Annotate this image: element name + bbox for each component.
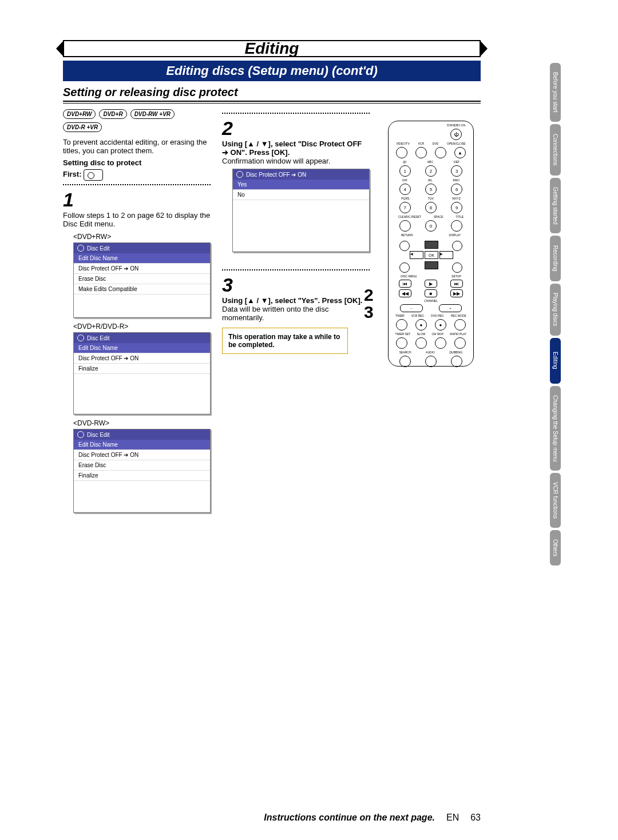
num-9[interactable]: 9 bbox=[451, 202, 462, 213]
disc-badge: DVD+R bbox=[99, 109, 126, 119]
menu-item[interactable]: Edit Disc Name bbox=[74, 440, 210, 450]
disc-edit-menu-dvdrw-minus: Disc Edit Edit Disc Name Disc Protect OF… bbox=[73, 429, 211, 513]
disc-icon bbox=[77, 335, 84, 341]
num-8[interactable]: 8 bbox=[425, 202, 437, 213]
tab-changing-setup[interactable]: Changing the Setup menu bbox=[550, 386, 561, 471]
menu-label-dvdrw-minus: <DVD-RW> bbox=[73, 419, 211, 427]
num-4[interactable]: 4 bbox=[399, 184, 411, 195]
num-2[interactable]: 2 bbox=[425, 165, 437, 177]
page-number: 63 bbox=[470, 813, 481, 823]
title-button[interactable] bbox=[451, 220, 462, 232]
tab-connections[interactable]: Connections bbox=[550, 124, 561, 176]
disc-icon bbox=[77, 245, 84, 252]
disc-type-badges: DVD+RW DVD+R DVD-RW +VR DVD-R +VR bbox=[63, 109, 211, 132]
ffwd-button[interactable]: ▶▶ bbox=[450, 289, 463, 297]
num-0[interactable]: 0 bbox=[425, 220, 437, 232]
menu-item[interactable]: Disc Protect OFF ➔ ON bbox=[74, 264, 210, 274]
return-button[interactable] bbox=[399, 241, 410, 251]
menu-title: Disc Edit bbox=[87, 432, 109, 438]
intro-paragraph: To prevent accidental editing, or erasin… bbox=[63, 138, 211, 155]
dubbing-button[interactable] bbox=[451, 356, 462, 367]
play-button[interactable]: ▶ bbox=[425, 280, 437, 288]
dialog-option-no[interactable]: No bbox=[233, 190, 369, 200]
side-navigation-tabs: Before you start Connections Getting sta… bbox=[550, 63, 561, 566]
open-close-button[interactable]: ▲ bbox=[454, 147, 466, 158]
rapid-play-button[interactable] bbox=[454, 337, 466, 349]
step3-instruction: Using [▲ / ▼], select "Yes". Press [OK]. bbox=[222, 296, 370, 305]
menu-item[interactable]: Edit Disc Name bbox=[74, 253, 210, 264]
search-button[interactable] bbox=[399, 356, 411, 367]
menu-item[interactable]: Disc Protect OFF ➔ ON bbox=[74, 353, 210, 364]
audio-button[interactable] bbox=[425, 356, 437, 367]
left-button[interactable]: ◀ bbox=[410, 251, 423, 259]
num-5[interactable]: 5 bbox=[425, 184, 437, 195]
vcr-rec-button[interactable]: ● bbox=[415, 319, 427, 331]
display-button[interactable] bbox=[452, 241, 462, 251]
dotted-divider bbox=[222, 113, 370, 114]
num-3[interactable]: 3 bbox=[451, 165, 462, 177]
step-number-3: 3 bbox=[222, 274, 370, 296]
up-button[interactable] bbox=[425, 241, 438, 249]
step2-instruction: Using [▲ / ▼], select "Disc Protect OFF … bbox=[222, 140, 370, 157]
tab-vcr-functions[interactable]: VCR functions bbox=[550, 473, 561, 528]
num-6[interactable]: 6 bbox=[451, 184, 462, 195]
right-button[interactable]: ▶ bbox=[439, 251, 453, 259]
menu-item[interactable]: Make Edits Compatible bbox=[74, 284, 210, 294]
menu-item[interactable]: Erase Disc bbox=[74, 274, 210, 284]
dvd-rec-button[interactable]: ● bbox=[435, 319, 446, 331]
tab-getting-started[interactable]: Getting started bbox=[550, 178, 561, 234]
slow-button[interactable] bbox=[415, 337, 427, 349]
disc-edit-menu-dvdr: Disc Edit Edit Disc Name Disc Protect OF… bbox=[73, 332, 211, 415]
rewind-button[interactable]: ◀◀ bbox=[399, 289, 411, 297]
next-button[interactable]: ⏭ bbox=[450, 280, 463, 288]
down-button[interactable] bbox=[425, 261, 438, 269]
channel-up[interactable]: + bbox=[439, 304, 462, 312]
cm-skip-button[interactable] bbox=[435, 337, 446, 349]
section-banner: Editing discs (Setup menu) (cont'd) bbox=[63, 61, 481, 81]
num-1[interactable]: 1 bbox=[399, 165, 411, 177]
dvd-button[interactable] bbox=[435, 147, 446, 158]
menu-item[interactable]: Finalize bbox=[74, 471, 210, 481]
divider bbox=[63, 101, 481, 103]
setup-button[interactable] bbox=[452, 262, 462, 273]
remote-step-ref-3: 3 bbox=[364, 304, 374, 321]
language-code: EN bbox=[446, 813, 459, 823]
menu-item[interactable]: Finalize bbox=[74, 364, 210, 374]
column-middle: 2 Using [▲ / ▼], select "Disc Protect OF… bbox=[222, 109, 370, 513]
dialog-option-yes[interactable]: Yes bbox=[233, 180, 369, 190]
remote-step-ref-2: 2 bbox=[364, 286, 374, 304]
menu-item[interactable]: Edit Disc Name bbox=[74, 343, 210, 353]
tab-playing-discs[interactable]: Playing discs bbox=[550, 284, 561, 335]
page-content: Editing Editing discs (Setup menu) (cont… bbox=[63, 40, 481, 513]
clear-button[interactable] bbox=[399, 220, 411, 232]
num-7[interactable]: 7 bbox=[399, 202, 411, 213]
video-tv-button[interactable] bbox=[396, 147, 407, 158]
timer-set-button[interactable] bbox=[396, 337, 407, 349]
dialog-title: Disc Protect OFF ➔ ON bbox=[246, 172, 306, 178]
rec-mode-button[interactable] bbox=[454, 319, 466, 331]
disc-badge: DVD-R +VR bbox=[63, 122, 102, 132]
prev-button[interactable]: ⏮ bbox=[399, 280, 411, 288]
timer-button[interactable] bbox=[396, 319, 407, 331]
column-left: DVD+RW DVD+R DVD-RW +VR DVD-R +VR To pre… bbox=[63, 109, 211, 513]
stop-button[interactable]: ■ bbox=[425, 289, 437, 297]
tab-before-you-start[interactable]: Before you start bbox=[550, 63, 561, 122]
first-row: First: bbox=[63, 169, 211, 181]
step2-confirm-text: Confirmation window will appear. bbox=[222, 157, 370, 165]
standby-button[interactable]: ⏻ bbox=[450, 129, 462, 140]
menu-item[interactable]: Disc Protect OFF ➔ ON bbox=[74, 450, 210, 460]
disc-menu-button[interactable] bbox=[399, 262, 410, 273]
chapter-header: Editing bbox=[63, 40, 481, 57]
tab-recording[interactable]: Recording bbox=[550, 236, 561, 281]
chapter-title: Editing bbox=[245, 39, 299, 58]
tab-others[interactable]: Others bbox=[550, 530, 561, 566]
vcr-button[interactable] bbox=[415, 147, 427, 158]
step-number-1: 1 bbox=[63, 189, 211, 211]
tab-editing[interactable]: Editing bbox=[550, 338, 561, 384]
menu-item[interactable]: Erase Disc bbox=[74, 460, 210, 471]
continue-note: Instructions continue on the next page. bbox=[264, 813, 435, 823]
ok-button[interactable]: OK bbox=[425, 251, 438, 259]
channel-down[interactable]: − bbox=[400, 304, 423, 312]
warning-note: This operation may take a while to be co… bbox=[222, 328, 348, 354]
menu-title: Disc Edit bbox=[87, 245, 109, 252]
